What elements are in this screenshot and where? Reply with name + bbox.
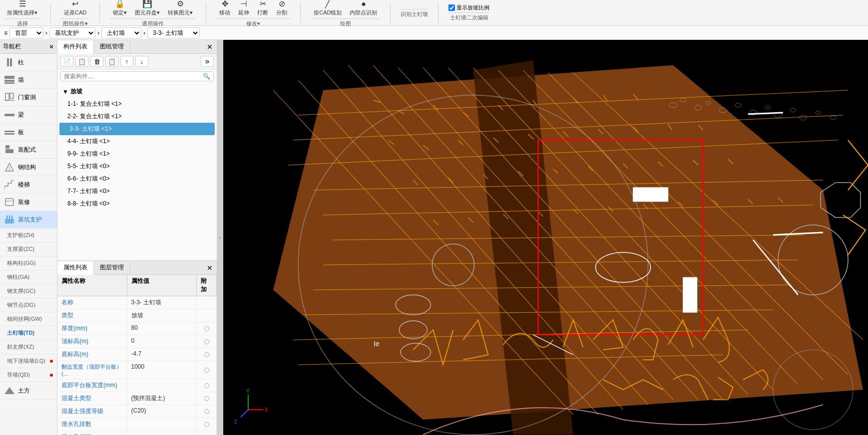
- nav-door-window[interactable]: 门窗洞: [0, 89, 57, 106]
- nav-sub-lq[interactable]: 地下连续墙(LQ): [0, 354, 57, 368]
- comp-panel-close[interactable]: ✕: [203, 41, 217, 53]
- copy2-component-button[interactable]: 📋: [105, 56, 118, 67]
- extend-icon: ⊣: [240, 0, 247, 8]
- search-input[interactable]: [64, 73, 203, 80]
- list-item[interactable]: 9-9- 土钉墙 <1>: [57, 148, 217, 160]
- lock-button[interactable]: 🔒 锁定▾: [110, 0, 130, 17]
- tab-props-list[interactable]: 属性列表: [57, 261, 94, 275]
- list-item[interactable]: 6-6- 土钉墙 <0>: [57, 173, 217, 185]
- nav-slab[interactable]: 板: [0, 124, 57, 141]
- show-ratio-checkbox-item[interactable]: 显示放坡比例: [448, 4, 489, 11]
- add-circle[interactable]: [204, 326, 209, 331]
- canvas-area[interactable]: X Y Z Ie: [223, 40, 868, 435]
- nav-steel[interactable]: 钢结构: [0, 159, 57, 176]
- tab-drawing-mgmt[interactable]: 图纸管理: [94, 40, 130, 53]
- new-component-button[interactable]: 📄: [60, 56, 73, 67]
- left-sidebar: 导航栏 ✕ 柱 墙 门窗洞: [0, 40, 57, 435]
- component-tabs: 构件列表 图纸管理 ✕: [57, 40, 217, 54]
- attr-select-button[interactable]: ☰ 按属性选择▾: [4, 0, 40, 17]
- nav-earthwork[interactable]: 土方: [0, 382, 57, 400]
- import-component-button[interactable]: ↓: [135, 56, 148, 67]
- add-circle[interactable]: [204, 383, 209, 388]
- tab-layer-mgmt[interactable]: 图层管理: [94, 261, 130, 274]
- tree-section-header[interactable]: ▼ 放坡: [57, 85, 217, 98]
- nav-sub-qd[interactable]: 导墙(QD): [0, 368, 57, 382]
- toolbar-group-select: ☰ 按属性选择▾ 选择: [4, 0, 40, 27]
- list-item[interactable]: 4-4- 土钉墙 <1>: [57, 135, 217, 148]
- extend-button[interactable]: ⊣ 延伸: [235, 0, 252, 17]
- toolbar-group-draw: ╱ 按CAD线划 ● 内部点识别 绘图: [311, 0, 380, 27]
- search-bar: 🔍: [60, 71, 214, 81]
- nav-assembly[interactable]: 装配式: [0, 141, 57, 159]
- props-panel-close[interactable]: ✕: [203, 262, 217, 274]
- add-circle[interactable]: [204, 339, 209, 344]
- expand-panel-button[interactable]: »: [201, 56, 214, 67]
- nav-sub-zh[interactable]: 支护桩(ZH): [0, 228, 57, 242]
- toolbar-group-modify: ✥ 移动 ⊣ 延伸 ✂ 打断 ⊘ 分割 修改▾: [216, 0, 290, 27]
- convert-element-button[interactable]: ⚙ 转换图元▾: [165, 0, 196, 17]
- split-button[interactable]: ⊘ 分割: [273, 0, 290, 17]
- nav-sub-td[interactable]: 土钉墙(TD): [0, 326, 57, 340]
- svg-rect-9: [4, 131, 14, 132]
- middle-panel: 构件列表 图纸管理 ✕ 📄 📋 🗑 📋: [57, 40, 217, 435]
- svg-rect-0: [7, 58, 9, 66]
- canvas-svg: X Y Z Ie: [223, 40, 868, 435]
- props-row: 名称 3-3- 土钉墙: [57, 296, 217, 309]
- props-row: 底标高(m) -4.7: [57, 348, 217, 361]
- collapse-handle[interactable]: ‹: [217, 40, 223, 435]
- lock-icon: 🔒: [115, 0, 125, 8]
- nav-sub-zc[interactable]: 支撑梁(ZC): [0, 242, 57, 256]
- restore-cad-button[interactable]: ↩ 还原CAD: [61, 0, 89, 17]
- nav-wall[interactable]: 墙: [0, 71, 57, 89]
- props-row: 泄水孔排数: [57, 418, 217, 431]
- nav-decor[interactable]: 装修: [0, 194, 57, 211]
- save-element-button[interactable]: 💾 图元存盘▾: [132, 0, 163, 17]
- props-row: 类型 放坡: [57, 309, 217, 322]
- add-circle[interactable]: [204, 409, 209, 414]
- list-item[interactable]: 1-1- 复合土钉墙 <1>: [57, 98, 217, 110]
- move-button[interactable]: ✥ 移动: [216, 0, 233, 17]
- delete-component-button[interactable]: 🗑: [90, 56, 103, 67]
- nav-items: 柱 墙 门窗洞 梁: [0, 54, 57, 435]
- split-icon: ⊘: [279, 0, 285, 8]
- props-row: 翻边宽度（顶部平台板）(... 1000: [57, 361, 217, 379]
- inner-point-button[interactable]: ● 内部点识别: [347, 0, 380, 17]
- nav-sub-ga[interactable]: 钢柱(GA): [0, 270, 57, 284]
- add-circle[interactable]: [204, 352, 209, 357]
- nav-sub-dg[interactable]: 钢节点(DG): [0, 298, 57, 312]
- svg-rect-16: [5, 199, 13, 206]
- list-item[interactable]: 8-8- 土钉墙 <0>: [57, 198, 217, 210]
- break-button[interactable]: ✂ 打断: [254, 0, 271, 17]
- svg-rect-1: [10, 58, 12, 66]
- tab-component-list[interactable]: 构件列表: [57, 40, 94, 54]
- add-circle[interactable]: [204, 396, 209, 401]
- divider-1: [50, 3, 51, 23]
- show-ratio-checkbox[interactable]: [448, 4, 455, 11]
- nav-stair[interactable]: 楼梯: [0, 176, 57, 194]
- nav-sub-gc[interactable]: 钢支撑(GC): [0, 284, 57, 298]
- lq-dot: [50, 360, 53, 363]
- breadcrumb-item[interactable]: 3-3- 土钉墙: [147, 27, 200, 38]
- navigator-close[interactable]: ✕: [49, 43, 54, 50]
- copy-component-button[interactable]: 📋: [75, 56, 88, 67]
- export-component-button[interactable]: ↑: [120, 56, 133, 67]
- list-item[interactable]: 5-5- 土钉墙 <0>: [57, 160, 217, 173]
- breadcrumb-type[interactable]: 土钉墙: [101, 27, 141, 38]
- breadcrumb-floor[interactable]: 首层: [9, 27, 43, 38]
- list-item[interactable]: 7-7- 土钉墙 <0>: [57, 185, 217, 198]
- add-circle[interactable]: [204, 422, 209, 427]
- list-item[interactable]: 2-2- 复合土钉墙 <1>: [57, 110, 217, 123]
- nav-foundation[interactable]: 基坑支护: [0, 211, 57, 228]
- nav-sub-xz[interactable]: 斜支撑(XZ): [0, 340, 57, 354]
- divider-6: [438, 3, 438, 23]
- svg-text:Y: Y: [246, 389, 250, 394]
- breadcrumb-category[interactable]: 基坑支护: [49, 27, 95, 38]
- search-icon: 🔍: [203, 73, 210, 80]
- nav-beam[interactable]: 梁: [0, 106, 57, 124]
- list-item-selected[interactable]: 3-3- 土钉墙 <1>: [59, 123, 215, 135]
- nav-sub-gw[interactable]: 柚间挂网(GW): [0, 312, 57, 326]
- add-circle[interactable]: [204, 368, 209, 373]
- nav-column[interactable]: 柱: [0, 54, 57, 71]
- nav-sub-gg[interactable]: 格构柱(GG): [0, 256, 57, 270]
- cad-line-button[interactable]: ╱ 按CAD线划: [311, 0, 345, 17]
